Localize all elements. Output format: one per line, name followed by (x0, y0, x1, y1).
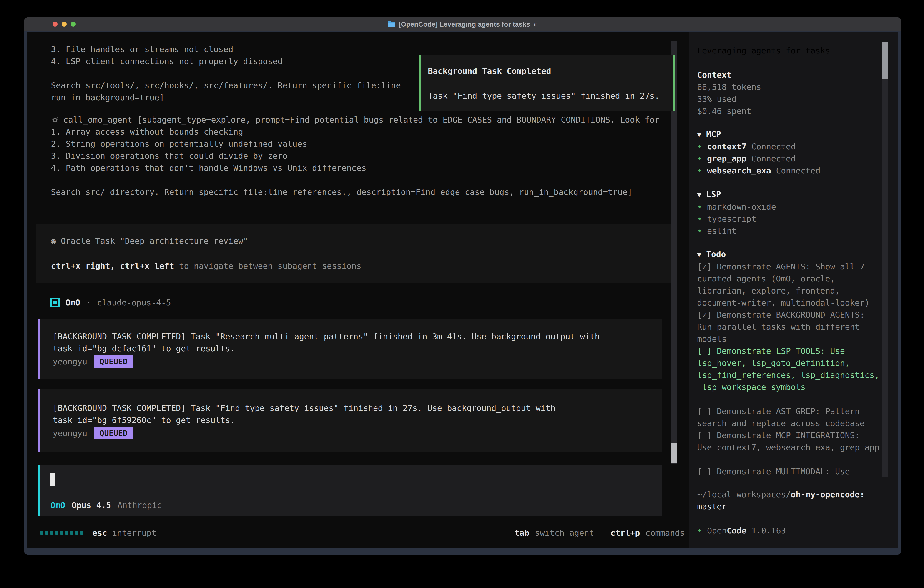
oracle-navigation-hint: ctrl+x right, ctrl+x left to navigate be… (51, 260, 675, 272)
status-dot-icon: • (697, 202, 702, 211)
todo-line-done: [✓] Demonstrate AGENTS: Show all 7 (697, 261, 886, 273)
app-name-regular: Open (707, 526, 727, 535)
background-task-message: [BACKGROUND TASK COMPLETED] Task "Resear… (38, 319, 662, 379)
scrollback-line (51, 67, 401, 79)
tool-call-line: 2. String operations on potentially unde… (51, 138, 660, 150)
window-title: [OpenCode] Leveraging agents for tasks (399, 18, 530, 30)
lsp-header[interactable]: ▼LSP (697, 188, 886, 201)
gear-icon (51, 116, 59, 124)
todo-line-done: models (697, 333, 886, 345)
app-name-bold: Code (727, 526, 746, 535)
folder-icon (388, 21, 395, 27)
workspace-path-prefix: ~/local-workspaces/ (697, 490, 791, 499)
scrollback-line: 4. LSP client connections not properly d… (51, 55, 401, 67)
tool-call-block: call_omo_agent [subagent_type=explore, p… (51, 114, 660, 198)
tool-call-line: 4. Path operations that don't handle Win… (51, 162, 660, 174)
oracle-task-box: ◉ Oracle Task "Deep architecture review"… (36, 224, 675, 282)
esc-key-label: interrupt (112, 527, 157, 539)
text-cursor (51, 473, 55, 486)
context-spent: $0.46 spent (697, 105, 886, 117)
message-line: [BACKGROUND TASK COMPLETED] Task "Resear… (53, 330, 662, 342)
lsp-item: •markdown-oxide (697, 201, 886, 213)
main-scrollbar-thumb[interactable] (672, 443, 677, 463)
workspace-repo-name: oh-my-opencode: (791, 490, 865, 499)
tab-key-label: switch agent (535, 527, 594, 539)
status-dot-icon: • (697, 526, 702, 535)
window-frame-bottom (24, 548, 901, 555)
todo-line-done: librarian, explore, frontend, (697, 285, 886, 297)
agent-name: OmO (66, 297, 80, 309)
mcp-item: •websearch_exa Connected (697, 165, 886, 177)
context-used: 33% used (697, 93, 886, 105)
traffic-lights (53, 17, 76, 31)
message-author: yeongyu (53, 356, 87, 368)
oracle-task-title: ◉ Oracle Task "Deep architecture review" (51, 235, 675, 247)
mcp-item: •context7 Connected (697, 140, 886, 153)
todo-line-active: lsp_hover, lsp_goto_definition, (697, 357, 886, 369)
todo-line-done: document-writer, multimodal-looker) (697, 297, 886, 309)
context-section: Context 66,518 tokens 33% used $0.46 spe… (697, 69, 886, 117)
statusbar-right: tab switch agent ctrl+p commands (515, 527, 685, 538)
scrollback-line: run_in_background=true] (51, 91, 401, 104)
todo-line-pending: [ ] Demonstrate MCP INTEGRATIONS: (697, 429, 886, 441)
working-spinner (40, 531, 83, 535)
lsp-item: •eslint (697, 225, 886, 237)
sidebar-scrollbar-thumb[interactable] (882, 42, 888, 79)
status-dot-icon: • (697, 154, 702, 163)
message-line: task_id="bg_dcfac161" to get results. (53, 342, 662, 355)
message-line: [BACKGROUND TASK COMPLETED] Task "Find t… (53, 402, 662, 414)
agent-header-line: OmO · claude-opus-4-5 (51, 296, 171, 309)
tab-key-hint: tab (515, 527, 529, 539)
input-model-label: Opus 4.5 (72, 499, 111, 511)
minimize-button[interactable] (62, 21, 67, 26)
workspace-path: ~/local-workspaces/oh-my-opencode: maste… (697, 489, 886, 512)
toast-body: Task "Find type safety issues" finished … (428, 90, 673, 102)
version-line: •OpenCode 1.0.163 (697, 525, 886, 537)
half-moon-icon: ◐ (533, 18, 538, 30)
window-frame-left (24, 32, 26, 548)
status-dot-icon: • (697, 226, 702, 236)
todo-line-pending: Use context7, websearch_exa, grep_app (697, 441, 886, 453)
status-dot-icon: • (697, 214, 702, 223)
status-dot-icon: • (697, 142, 702, 151)
scrollback-line: Search src/tools/, src/hooks/, src/featu… (51, 79, 401, 91)
background-task-message: [BACKGROUND TASK COMPLETED] Task "Find t… (38, 389, 662, 453)
ctrlp-key-hint: ctrl+p (610, 527, 640, 539)
todo-header[interactable]: ▼Todo (697, 248, 886, 261)
message-line: task_id="bg_6f59260c" to get results. (53, 414, 662, 426)
queued-status-badge: QUEUED (94, 427, 134, 439)
lsp-item: •typescript (697, 213, 886, 225)
todo-line-active: [ ] Demonstrate LSP TOOLS: Use (697, 345, 886, 357)
scrollback-text: 3. File handles or streams not closed 4.… (51, 43, 401, 104)
context-tokens: 66,518 tokens (697, 81, 886, 93)
collapse-triangle-icon: ▼ (697, 251, 701, 259)
mcp-section: ▼MCP •context7 Connected •grep_app Conne… (697, 128, 886, 177)
ctrlp-key-label: commands (645, 527, 685, 539)
fisheye-icon: ◉ (51, 236, 56, 246)
todo-line-done: curated agents (OmO, oracle, (697, 273, 886, 285)
zoom-button[interactable] (71, 21, 76, 26)
tool-call-line: call_omo_agent [subagent_type=explore, p… (63, 114, 660, 126)
close-button[interactable] (53, 21, 58, 26)
scrollback-line: 3. File handles or streams not closed (51, 43, 401, 55)
app-version-number: 1.0.163 (751, 526, 786, 535)
queued-status-badge: QUEUED (94, 355, 134, 368)
tool-call-line: Search src/ directory. Return specific f… (51, 186, 660, 198)
todo-line-done: [✓] Demonstrate BACKGROUND AGENTS: (697, 309, 886, 321)
tool-call-line (51, 174, 660, 186)
input-agent-label: OmO (51, 499, 65, 511)
omo-agent-icon (51, 298, 59, 307)
sidebar-scrollbar-track[interactable] (882, 79, 888, 477)
mcp-header[interactable]: ▼MCP (697, 128, 886, 140)
window-titlebar: [OpenCode] Leveraging agents for tasks ◐ (24, 17, 901, 31)
git-branch: master (697, 500, 886, 512)
prompt-input[interactable]: OmO Opus 4.5 Anthropic (38, 465, 662, 516)
background-task-toast[interactable]: Background Task Completed Task "Find typ… (419, 55, 675, 111)
screenshot-root: [OpenCode] Leveraging agents for tasks ◐… (0, 0, 924, 588)
toast-title: Background Task Completed (428, 65, 673, 77)
window-frame-right (898, 32, 901, 548)
todo-line-pending: search and replace across codebase (697, 417, 886, 429)
todo-section: ▼Todo [✓] Demonstrate AGENTS: Show all 7… (697, 248, 886, 477)
todo-line-pending: [ ] Demonstrate MULTIMODAL: Use (697, 466, 886, 477)
input-provider-label: Anthropic (117, 499, 162, 511)
